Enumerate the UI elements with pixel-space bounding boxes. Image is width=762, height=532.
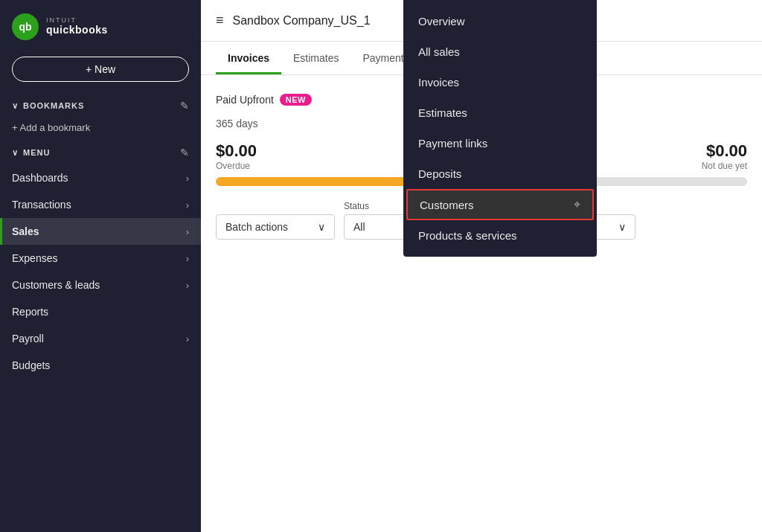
nav-dropdown: Overview All sales Invoices Estimates Pa… [403, 0, 597, 257]
new-button[interactable]: + New [12, 57, 189, 82]
sidebar-item-reports[interactable]: Reports [0, 298, 201, 325]
dropdown-item-deposits[interactable]: Deposits [403, 158, 597, 189]
sidebar-item-expenses[interactable]: Expenses › [0, 245, 201, 272]
bookmarks-label: ∨ BOOKMARKS [12, 101, 84, 111]
company-name: Sandbox Company_US_1 [233, 14, 371, 28]
menu-label: ∨ MENU [12, 148, 50, 158]
sidebar-item-customers-leads[interactable]: Customers & leads › [0, 272, 201, 298]
active-indicator [0, 218, 2, 245]
overdue-label: Overdue [216, 161, 257, 171]
add-bookmark-link[interactable]: + Add a bookmark [0, 118, 201, 141]
quickbooks-logo: qb [12, 13, 39, 40]
sidebar-item-sales[interactable]: Sales › [0, 218, 201, 245]
tab-invoices[interactable]: Invoices [216, 42, 281, 74]
dropdown-item-invoices[interactable]: Invoices [403, 67, 597, 97]
not-due-label: Not due yet [702, 161, 747, 171]
dropdown-item-payment-links[interactable]: Payment links [403, 128, 597, 158]
chevron-right-icon: › [186, 199, 189, 211]
chevron-right-icon: › [186, 226, 189, 237]
chevron-down-icon: ∨ [618, 221, 626, 233]
sidebar: qb INTUIT quickbooks + New ∨ BOOKMARKS ✎… [0, 0, 201, 532]
batch-actions-select[interactable]: Batch actions ∨ [216, 214, 335, 240]
batch-group: Batch actions ∨ [216, 214, 335, 240]
chevron-down-icon: ∨ [12, 101, 19, 111]
not-due-amount: $0.00 [702, 141, 747, 161]
main-content: ≡ Sandbox Company_US_1 Invoices Estimate… [201, 0, 762, 532]
sidebar-item-payroll[interactable]: Payroll › [0, 325, 201, 352]
chevron-right-icon: › [186, 253, 189, 264]
new-badge: NEW [280, 94, 312, 106]
tab-estimates[interactable]: Estimates [281, 42, 350, 74]
sidebar-item-budgets[interactable]: Budgets [0, 352, 201, 379]
chevron-right-icon: › [186, 280, 189, 291]
dropdown-item-overview[interactable]: Overview [403, 6, 597, 36]
bookmark-icon[interactable]: ⌖ [574, 198, 580, 211]
dropdown-item-estimates[interactable]: Estimates [403, 97, 597, 128]
chevron-down-icon: ∨ [318, 221, 325, 233]
quickbooks-label: quickbooks [46, 25, 108, 36]
chevron-down-icon-menu: ∨ [12, 148, 19, 158]
paid-upfront-label: Paid Upfront [216, 94, 274, 106]
dropdown-item-all-sales[interactable]: All sales [403, 36, 597, 67]
not-due-block: $0.00 Not due yet [702, 141, 747, 171]
menu-edit-icon[interactable]: ✎ [180, 147, 189, 158]
overdue-block: $0.00 Overdue [216, 141, 257, 171]
dropdown-item-products-services[interactable]: Products & services [403, 220, 597, 251]
hamburger-icon[interactable]: ≡ [216, 13, 224, 28]
dropdown-item-customers[interactable]: Customers ⌖ [406, 189, 594, 220]
logo-text: INTUIT quickbooks [46, 17, 108, 36]
menu-section-header: ∨ MENU ✎ [0, 141, 201, 164]
bookmarks-edit-icon[interactable]: ✎ [180, 100, 189, 112]
bookmarks-section-header: ∨ BOOKMARKS ✎ [0, 94, 201, 118]
paid-upfront-banner: Paid Upfront NEW [216, 94, 312, 106]
overdue-amount: $0.00 [216, 141, 257, 161]
chevron-right-icon: › [186, 173, 189, 184]
sidebar-item-dashboards[interactable]: Dashboards › [0, 164, 201, 191]
chevron-right-icon: › [186, 333, 189, 344]
sidebar-item-transactions[interactable]: Transactions › [0, 191, 201, 218]
logo-area: qb INTUIT quickbooks [0, 0, 201, 54]
